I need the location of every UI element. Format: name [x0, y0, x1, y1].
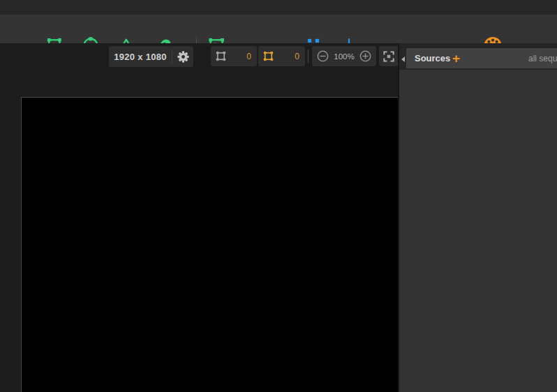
fit-view-icon	[382, 50, 396, 63]
zoom-in-icon	[359, 50, 372, 63]
position-value-y[interactable]: 0	[275, 52, 305, 61]
zoom-controls: 100%	[312, 46, 376, 66]
viewport-area	[0, 43, 398, 392]
sources-panel-top-strip	[399, 43, 557, 48]
position-field-x[interactable]: 0	[211, 46, 257, 66]
gear-icon	[176, 50, 191, 64]
sources-panel-title: Sources	[415, 53, 450, 63]
panel-collapse-button[interactable]	[399, 48, 406, 70]
resolution-label: 1920 x 1080	[109, 52, 172, 62]
main-toolbar	[0, 15, 557, 43]
sequence-filter-label[interactable]: all sequ	[528, 54, 557, 63]
zoom-out-icon	[316, 50, 329, 63]
position-value-x[interactable]: 0	[228, 52, 257, 61]
resolution-box[interactable]: 1920 x 1080	[109, 46, 193, 67]
canvas-settings-button[interactable]	[172, 50, 193, 64]
zoom-level[interactable]: 100%	[334, 52, 354, 61]
canvas-viewport[interactable]	[21, 97, 398, 392]
sources-panel-header: Sources + all sequ	[399, 48, 557, 70]
add-source-button[interactable]: +	[452, 49, 460, 68]
zoom-in-button[interactable]	[359, 50, 372, 63]
collapse-left-icon	[401, 56, 405, 62]
bounds-handles-gray-icon	[214, 50, 228, 63]
sources-panel: Sources + all sequ	[399, 43, 557, 392]
canvas-toolbar-separator	[308, 50, 309, 63]
fit-view-button[interactable]	[379, 46, 399, 66]
bounds-handles-orange-icon	[262, 50, 275, 63]
zoom-out-button[interactable]	[316, 50, 329, 63]
position-field-y[interactable]: 0	[258, 46, 305, 66]
window-title-strip	[0, 0, 557, 15]
